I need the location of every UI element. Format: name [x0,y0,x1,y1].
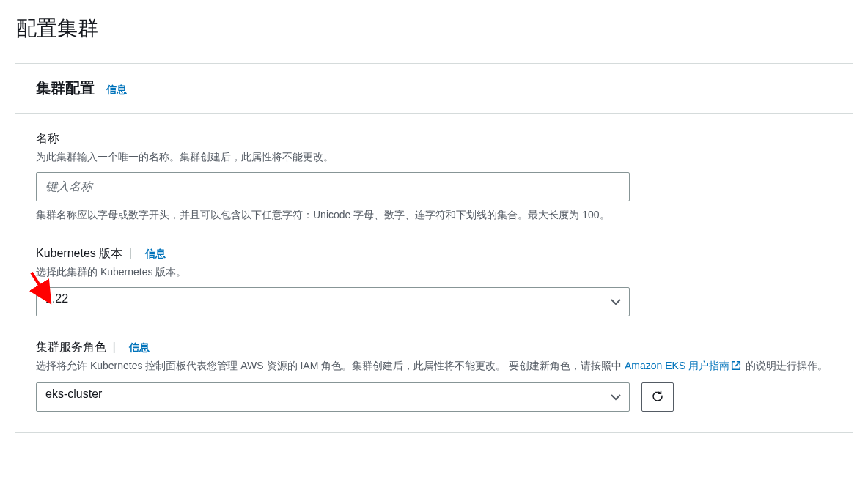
role-select[interactable]: eks-cluster [36,382,630,412]
refresh-button[interactable] [641,382,674,412]
panel-info-link[interactable]: 信息 [106,84,127,95]
name-label: 名称 [36,131,832,147]
panel-title: 集群配置 [36,80,95,96]
panel-header: 集群配置 信息 [15,64,853,114]
version-info-link[interactable]: 信息 [145,248,166,259]
panel-body: 名称 为此集群输入一个唯一的名称。集群创建后，此属性将不能更改。 集群名称应以字… [15,114,853,432]
version-form-group: Kubernetes 版本 | 信息 选择此集群的 Kubernetes 版本。… [36,246,832,316]
name-description: 为此集群输入一个唯一的名称。集群创建后，此属性将不能更改。 [36,149,832,165]
name-form-group: 名称 为此集群输入一个唯一的名称。集群创建后，此属性将不能更改。 集群名称应以字… [36,131,832,223]
role-description: 选择将允许 Kubernetes 控制面板代表您管理 AWS 资源的 IAM 角… [36,358,832,375]
role-description-prefix: 选择将允许 Kubernetes 控制面板代表您管理 AWS 资源的 IAM 角… [36,360,625,371]
name-hint: 集群名称应以字母或数字开头，并且可以包含以下任意字符：Unicode 字母、数字… [36,207,832,223]
page-title: 配置集群 [15,15,853,42]
version-description: 选择此集群的 Kubernetes 版本。 [36,264,832,280]
cluster-config-panel: 集群配置 信息 名称 为此集群输入一个唯一的名称。集群创建后，此属性将不能更改。… [15,63,853,433]
role-description-suffix: 的说明进行操作。 [743,360,828,371]
refresh-icon [651,390,664,405]
external-link-icon [731,360,741,375]
name-input[interactable] [36,172,630,201]
role-label: 集群服务角色 [36,341,106,353]
role-form-group: 集群服务角色 | 信息 选择将允许 Kubernetes 控制面板代表您管理 A… [36,340,832,412]
role-info-link[interactable]: 信息 [129,341,150,353]
version-select[interactable]: 1.22 [36,287,630,316]
version-label: Kubernetes 版本 [36,247,122,259]
eks-user-guide-link[interactable]: Amazon EKS 用户指南 [625,360,743,371]
